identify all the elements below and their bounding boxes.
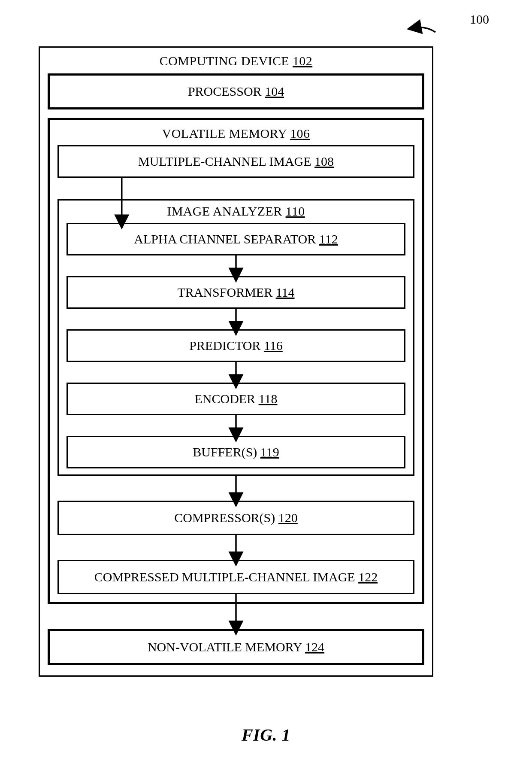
mci-label: MULTIPLE-CHANNEL IMAGE: [138, 154, 311, 168]
compressors-box: COMPRESSOR(S) 120: [57, 501, 414, 535]
volatile-memory-label: VOLATILE MEMORY: [162, 126, 287, 140]
arrow-gap: [66, 415, 405, 436]
volatile-memory-title: VOLATILE MEMORY 106: [57, 125, 414, 145]
mci-ref: 108: [314, 154, 334, 168]
step-label: BUFFER(S): [193, 445, 257, 459]
computing-device-ref: 102: [293, 54, 312, 68]
nvmem-label: NON-VOLATILE MEMORY: [148, 640, 302, 654]
arrow-gap: [48, 604, 424, 629]
arrow-gap: [66, 309, 405, 329]
compressed-mci-box: COMPRESSED MULTIPLE-CHANNEL IMAGE 122: [57, 560, 414, 594]
image-analyzer-box: IMAGE ANALYZER 110 ALPHA CHANNEL SEPARAT…: [57, 199, 414, 476]
step-ref: 116: [264, 338, 283, 353]
non-volatile-memory-box: NON-VOLATILE MEMORY 124: [48, 629, 424, 665]
arrow-gap: [66, 362, 405, 383]
volatile-memory-box: VOLATILE MEMORY 106 MULTIPLE-CHANNEL IMA…: [48, 118, 424, 604]
step-ref: 118: [259, 392, 278, 406]
figure-ref-number: 100: [470, 12, 489, 27]
nvmem-ref: 124: [305, 640, 324, 654]
arrow-gap: [66, 255, 405, 276]
image-analyzer-label: IMAGE ANALYZER: [167, 204, 282, 218]
volatile-memory-ref: 106: [290, 126, 310, 140]
page: 100 COMPUTING DEVICE 102 PROCESSOR 104 V…: [0, 0, 532, 775]
computing-device-box: COMPUTING DEVICE 102 PROCESSOR 104 VOLAT…: [39, 46, 433, 677]
step-label: TRANSFORMER: [177, 285, 272, 299]
image-analyzer-title: IMAGE ANALYZER 110: [66, 203, 405, 223]
image-analyzer-ref: 110: [286, 204, 305, 218]
cmci-ref: 122: [358, 570, 378, 584]
step-label: PREDICTOR: [189, 338, 260, 353]
processor-box: PROCESSOR 104: [48, 73, 424, 109]
step-ref: 114: [276, 285, 295, 299]
alpha-channel-separator-box: ALPHA CHANNEL SEPARATOR 112: [66, 223, 405, 255]
transformer-box: TRANSFORMER 114: [66, 276, 405, 309]
arrow-gap: [57, 535, 414, 560]
predictor-box: PREDICTOR 116: [66, 329, 405, 362]
cmci-label: COMPRESSED MULTIPLE-CHANNEL IMAGE: [94, 570, 355, 584]
processor-label: PROCESSOR: [188, 84, 262, 98]
compressors-ref: 120: [278, 511, 298, 525]
processor-ref: 104: [265, 84, 284, 98]
step-label: ALPHA CHANNEL SEPARATOR: [134, 232, 316, 246]
computing-device-label: COMPUTING DEVICE: [160, 54, 289, 68]
figure-caption: FIG. 1: [0, 725, 532, 745]
buffers-box: BUFFER(S) 119: [66, 436, 405, 468]
arrow-gap: [57, 476, 414, 501]
multiple-channel-image-box: MULTIPLE-CHANNEL IMAGE 108: [57, 145, 414, 178]
step-ref: 112: [319, 232, 338, 246]
step-label: ENCODER: [194, 392, 255, 406]
encoder-box: ENCODER 118: [66, 383, 405, 415]
computing-device-title: COMPUTING DEVICE 102: [48, 52, 424, 73]
compressors-label: COMPRESSOR(S): [174, 511, 275, 525]
step-ref: 119: [260, 445, 279, 459]
figure-ref-callout: 100: [412, 12, 489, 38]
